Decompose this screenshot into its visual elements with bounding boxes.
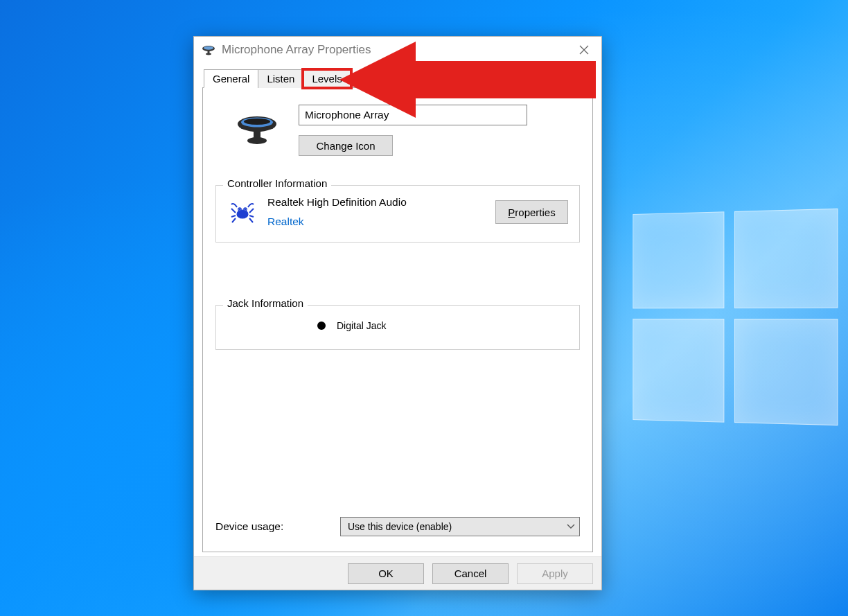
cancel-button[interactable]: Cancel	[432, 563, 509, 584]
dialog-client: General Listen Levels C	[194, 63, 601, 556]
controller-vendor-link[interactable]: Realtek	[267, 215, 495, 228]
svg-point-3	[206, 53, 211, 55]
device-icon	[215, 105, 299, 146]
svg-point-13	[245, 209, 246, 210]
controller-info-group: Controller Information	[215, 185, 580, 243]
svg-rect-7	[254, 130, 260, 138]
jack-info-group: Jack Information Digital Jack	[215, 305, 580, 350]
dialog-button-bar: OK Cancel Apply	[194, 556, 601, 590]
apply-button[interactable]: Apply	[517, 563, 593, 584]
device-usage-select[interactable]: Use this device (enable)	[340, 517, 580, 536]
device-name-input[interactable]	[299, 105, 527, 125]
svg-point-8	[247, 137, 267, 144]
svg-point-1	[204, 46, 213, 50]
windows-logo-icon	[633, 209, 838, 425]
controller-legend: Controller Information	[223, 177, 331, 189]
tab-levels[interactable]: Levels	[303, 69, 351, 88]
tab-listen[interactable]: Listen	[258, 69, 303, 88]
properties-dialog: Microphone Array Properties General List…	[193, 36, 602, 590]
properties-suffix: roperties	[515, 206, 555, 218]
svg-point-6	[244, 118, 270, 125]
jack-type: Digital Jack	[337, 320, 387, 331]
change-icon-button[interactable]: Change Icon	[299, 135, 393, 156]
svg-point-9	[237, 210, 248, 218]
device-usage-value: Use this device (enable)	[348, 521, 452, 532]
svg-rect-2	[208, 51, 210, 53]
microphone-icon	[201, 44, 216, 55]
close-button[interactable]	[567, 37, 601, 63]
realtek-crab-icon	[227, 200, 258, 224]
window-title: Microphone Array Properties	[222, 43, 371, 57]
jack-legend: Jack Information	[223, 297, 308, 309]
controller-properties-button[interactable]: Properties	[495, 200, 568, 224]
tab-panel-general: Change Icon Controller Information	[202, 88, 593, 552]
tab-strip: General Listen Levels	[202, 69, 593, 88]
ok-button[interactable]: OK	[348, 563, 424, 584]
chevron-down-icon	[567, 522, 575, 531]
jack-indicator-icon	[317, 322, 326, 330]
tab-general[interactable]: General	[204, 69, 258, 88]
titlebar[interactable]: Microphone Array Properties	[194, 37, 601, 63]
controller-name: Realtek High Definition Audio	[267, 196, 495, 209]
svg-point-12	[239, 209, 240, 210]
device-usage-label: Device usage:	[215, 520, 340, 533]
